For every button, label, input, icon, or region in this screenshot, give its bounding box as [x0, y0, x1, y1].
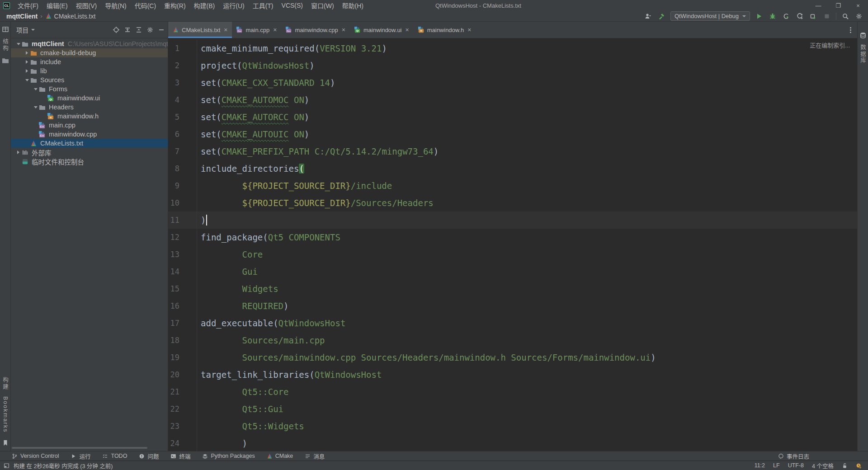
chevron-right-icon[interactable] [24, 69, 30, 73]
close-tab-icon[interactable]: × [342, 26, 345, 33]
editor-tab-mainwindow.cpp[interactable]: C++mainwindow.cpp× [281, 22, 350, 38]
tool-window-toggle-icon[interactable] [4, 463, 9, 469]
chevron-right-icon[interactable] [24, 51, 30, 55]
breadcrumb-file[interactable]: CMakeLists.txt [45, 13, 96, 20]
code-line-20[interactable]: 20target_link_libraries(QtWindowsHost [168, 366, 857, 383]
search-everywhere-icon[interactable] [841, 12, 850, 21]
menu-运行[interactable]: 运行(U) [219, 0, 248, 11]
code-line-23[interactable]: 23 Qt5::Widgets [168, 418, 857, 435]
tree-item-mqttClient[interactable]: mqttClientC:\Users\ASUS\CLionProjects\mq… [11, 39, 168, 48]
close-tab-icon[interactable]: × [406, 26, 409, 33]
bookmarks-tool-window-button[interactable]: Bookmarks [2, 396, 9, 433]
minimize-button[interactable]: — [808, 0, 828, 11]
close-tab-icon[interactable]: × [467, 26, 471, 33]
chevron-right-icon[interactable] [15, 150, 22, 154]
line-number[interactable]: 1 [168, 44, 180, 53]
code-line-3[interactable]: 3set(CMAKE_CXX_STANDARD 14) [168, 74, 857, 91]
run-button[interactable] [755, 12, 764, 21]
line-number[interactable]: 20 [168, 370, 180, 379]
menu-构建[interactable]: 构建(B) [190, 0, 219, 11]
collapse-all-icon[interactable] [135, 26, 142, 33]
close-button[interactable]: × [848, 0, 868, 11]
menu-工具[interactable]: 工具(T) [249, 0, 278, 11]
settings-gear-icon[interactable] [854, 12, 863, 21]
debug-button[interactable] [768, 12, 777, 21]
line-number[interactable]: 13 [168, 250, 180, 259]
tab-options-kebab-icon[interactable] [849, 26, 853, 34]
code-line-15[interactable]: 15 Widgets [168, 280, 857, 297]
chevron-down-icon[interactable] [15, 43, 22, 45]
chevron-down-icon[interactable] [32, 106, 39, 108]
tree-item-mainwindow.ui[interactable]: Qtmainwindow.ui [11, 94, 168, 103]
database-icon[interactable] [859, 32, 867, 39]
tree-item-Sources[interactable]: Sources [11, 75, 168, 85]
project-view-select[interactable]: 项目 [16, 25, 35, 34]
tree-item-CMakeLists.txt[interactable]: CMakeLists.txt [11, 139, 168, 148]
code-line-7[interactable]: 7set(CMAKE_PREFIX_PATH C:/Qt/5.14.2/ming… [168, 143, 857, 160]
line-separator-widget[interactable]: LF [773, 462, 780, 469]
maximize-button[interactable]: ❐ [828, 0, 848, 11]
line-number[interactable]: 16 [168, 301, 180, 310]
code-line-19[interactable]: 19 Sources/mainwindow.cpp Sources/Header… [168, 349, 857, 366]
database-tool-window-button[interactable]: 数据库 [859, 44, 867, 64]
bookmark-icon[interactable] [2, 439, 9, 446]
tool-window-button-Version Control[interactable]: Version Control [12, 453, 59, 459]
caret-position-widget[interactable]: 11:2 [755, 462, 765, 469]
line-number[interactable]: 7 [168, 147, 180, 156]
encoding-widget[interactable]: UTF-8 [788, 462, 804, 469]
line-number[interactable]: 24 [168, 439, 180, 448]
structure-tool-window-button[interactable]: 结构 [1, 38, 9, 52]
lock-icon[interactable] [842, 463, 848, 469]
line-number[interactable]: 4 [168, 95, 180, 104]
line-number[interactable]: 9 [168, 181, 180, 190]
code-line-14[interactable]: 14 Gui [168, 263, 857, 280]
menu-导航[interactable]: 导航(N) [101, 0, 130, 11]
close-tab-icon[interactable]: × [224, 26, 227, 33]
line-number[interactable]: 8 [168, 164, 180, 173]
event-log-button[interactable]: 事件日志 [778, 452, 809, 461]
status-message[interactable]: 构建 在 2秒26毫秒 内完成 (3 分钟 之前) [14, 461, 113, 470]
tree-item-include[interactable]: include [11, 57, 168, 66]
menu-视图[interactable]: 视图(V) [72, 0, 101, 11]
chevron-down-icon[interactable] [32, 88, 39, 90]
run-configuration-select[interactable]: QtWindowsHost | Debug [670, 11, 750, 21]
tool-window-button-问题[interactable]: 问题 [139, 452, 159, 461]
menu-窗口[interactable]: 窗口(W) [307, 0, 338, 11]
menu-代码[interactable]: 代码(C) [131, 0, 160, 11]
tree-item-外部库[interactable]: 外部库 [11, 148, 168, 157]
line-number[interactable]: 19 [168, 353, 180, 362]
close-tab-icon[interactable]: × [273, 26, 277, 33]
tree-item-main.cpp[interactable]: C++main.cpp [11, 121, 168, 130]
line-number[interactable]: 3 [168, 78, 180, 87]
locate-file-icon[interactable] [113, 26, 120, 33]
line-number[interactable]: 23 [168, 422, 180, 431]
code-line-1[interactable]: 1cmake_minimum_required(VERSION 3.21) [168, 40, 857, 57]
breadcrumb-project[interactable]: mqttClient [6, 13, 38, 20]
expand-all-icon[interactable] [124, 26, 131, 33]
tree-item-Forms[interactable]: Forms [11, 85, 168, 94]
code-line-10[interactable]: 10 ${PROJECT_SOURCE_DIR}/Sources/Headers [168, 194, 857, 212]
build-hammer-icon[interactable] [657, 12, 666, 21]
code-line-17[interactable]: 17add_executable(QtWindowsHost [168, 315, 857, 332]
menu-VCS[interactable]: VCS(S) [278, 0, 307, 11]
code-line-18[interactable]: 18 Sources/main.cpp [168, 332, 857, 349]
menu-编辑[interactable]: 编辑(E) [42, 0, 72, 11]
code-line-2[interactable]: 2project(QtWindowsHost) [168, 57, 857, 74]
editor-tab-mainwindow.h[interactable]: Hmainwindow.h× [414, 22, 476, 38]
editor-tab-CMakeLists.txt[interactable]: CMakeLists.txt× [168, 22, 232, 38]
line-number[interactable]: 11 [168, 216, 180, 225]
coverage-button[interactable] [795, 12, 804, 21]
menu-帮助[interactable]: 帮助(H) [338, 0, 368, 11]
tool-window-button-运行[interactable]: 运行 [71, 452, 90, 461]
code-line-22[interactable]: 22 Qt5::Gui [168, 400, 857, 418]
indent-widget[interactable]: 4 个空格 [812, 461, 834, 470]
menu-重构[interactable]: 重构(R) [160, 0, 189, 11]
code-editor[interactable]: 正在编制索引... 1cmake_minimum_required(VERSIO… [168, 38, 857, 451]
line-number[interactable]: 12 [168, 233, 180, 242]
tool-window-button-CMake[interactable]: CMake [267, 453, 293, 459]
panel-settings-gear-icon[interactable] [146, 26, 154, 33]
tool-window-button-终端[interactable]: 终端 [170, 452, 190, 461]
line-number[interactable]: 6 [168, 130, 180, 139]
code-line-11[interactable]: 11) [168, 212, 857, 229]
build-tool-window-button[interactable]: 构建 [1, 377, 9, 390]
